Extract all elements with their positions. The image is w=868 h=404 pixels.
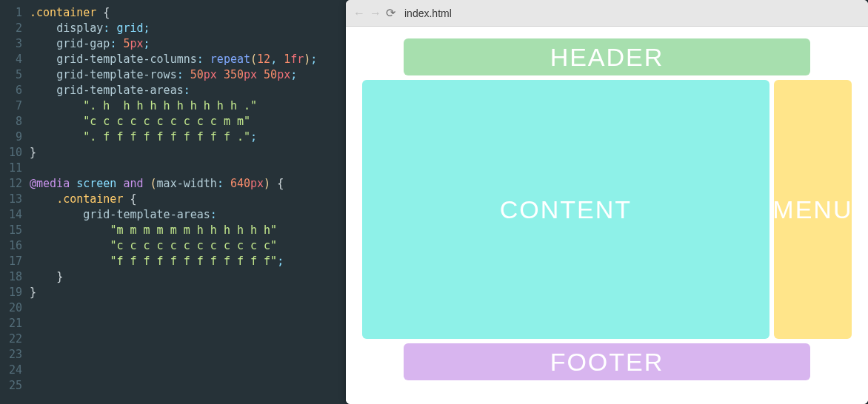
line-number: 14 (0, 207, 22, 223)
line-number: 24 (0, 363, 22, 378)
line-number: 5 (0, 67, 22, 83)
code-line[interactable]: display: grid; (30, 21, 346, 36)
line-number: 23 (0, 347, 22, 363)
line-number: 21 (0, 316, 22, 331)
line-number: 3 (0, 36, 22, 52)
code-line[interactable]: } (30, 269, 346, 285)
code-line[interactable]: grid-template-areas: (30, 207, 346, 223)
rendered-page: HEADER CONTENT MENU FOOTER (346, 27, 868, 404)
grid-header: HEADER (404, 38, 811, 75)
code-line[interactable] (30, 161, 346, 176)
grid-menu: MENU (774, 80, 852, 339)
code-line[interactable]: "c c c c c c c c c c m m" (30, 114, 346, 129)
line-number: 7 (0, 98, 22, 114)
code-line[interactable]: "c c c c c c c c c c c c" (30, 238, 346, 254)
line-number: 25 (0, 378, 22, 394)
line-number: 9 (0, 129, 22, 145)
forward-icon[interactable]: → (370, 7, 381, 19)
code-line[interactable]: grid-template-rows: 50px 350px 50px; (30, 67, 346, 83)
code-line[interactable]: .container { (30, 5, 346, 21)
grid-container: HEADER CONTENT MENU FOOTER (362, 38, 852, 391)
grid-footer: FOOTER (404, 343, 811, 380)
code-line[interactable] (30, 378, 346, 394)
line-number: 6 (0, 83, 22, 98)
line-number: 8 (0, 114, 22, 129)
line-number: 18 (0, 269, 22, 285)
code-line[interactable] (30, 363, 346, 378)
line-number: 13 (0, 192, 22, 207)
line-number: 17 (0, 254, 22, 269)
line-number: 1 (0, 5, 22, 21)
browser-preview: ← → ⟳ index.html HEADER CONTENT MENU FOO… (346, 0, 868, 404)
reload-icon[interactable]: ⟳ (386, 7, 395, 19)
address-bar[interactable]: index.html (404, 7, 452, 19)
code-line[interactable]: @media screen and (max-width: 640px) { (30, 176, 346, 192)
line-number: 22 (0, 331, 22, 347)
code-line[interactable]: ". f f f f f f f f f f ."; (30, 129, 346, 145)
line-number-gutter: 1234567891011121314151617181920212223242… (0, 5, 30, 404)
code-area[interactable]: .container { display: grid; grid-gap: 5p… (30, 5, 346, 404)
code-line[interactable]: } (30, 285, 346, 300)
code-line[interactable] (30, 300, 346, 316)
browser-toolbar: ← → ⟳ index.html (346, 0, 868, 27)
code-editor[interactable]: 1234567891011121314151617181920212223242… (0, 0, 346, 404)
code-line[interactable] (30, 347, 346, 363)
code-line[interactable]: grid-gap: 5px; (30, 36, 346, 52)
line-number: 4 (0, 52, 22, 67)
code-line[interactable]: "f f f f f f f f f f f f"; (30, 254, 346, 269)
line-number: 19 (0, 285, 22, 300)
line-number: 10 (0, 145, 22, 161)
back-icon[interactable]: ← (353, 7, 365, 19)
code-line[interactable] (30, 316, 346, 331)
line-number: 2 (0, 21, 22, 36)
line-number: 15 (0, 223, 22, 238)
code-line[interactable]: .container { (30, 192, 346, 207)
code-line[interactable]: } (30, 145, 346, 161)
code-line[interactable]: grid-template-columns: repeat(12, 1fr); (30, 52, 346, 67)
code-line[interactable]: "m m m m m m h h h h h h" (30, 223, 346, 238)
code-line[interactable]: ". h h h h h h h h h h ." (30, 98, 346, 114)
line-number: 11 (0, 161, 22, 176)
grid-content: CONTENT (362, 80, 769, 339)
code-line[interactable]: grid-template-areas: (30, 83, 346, 98)
line-number: 20 (0, 300, 22, 316)
line-number: 16 (0, 238, 22, 254)
code-line[interactable] (30, 331, 346, 347)
line-number: 12 (0, 176, 22, 192)
